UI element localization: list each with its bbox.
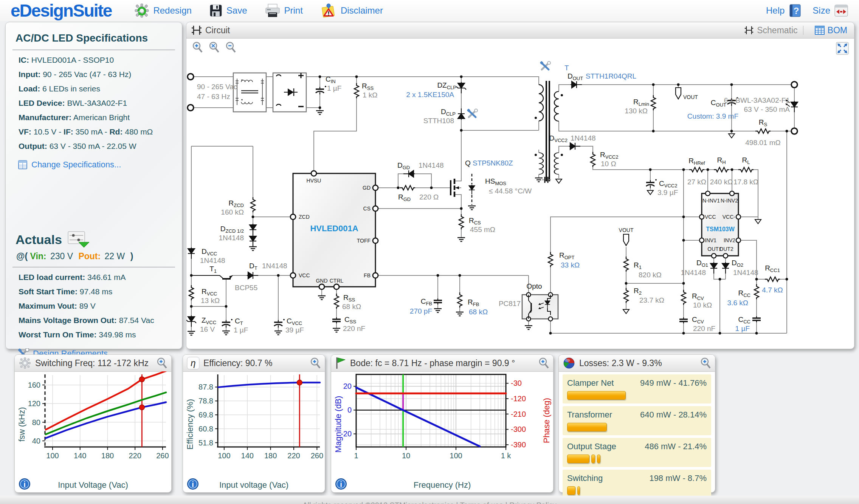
part-ccc-value[interactable]: 1 µF — [735, 325, 750, 332]
save-button[interactable]: Save — [209, 4, 247, 17]
part-dzcd-value: 1N4148 — [219, 234, 244, 242]
pie-chart-icon — [563, 357, 575, 369]
part-dgd-label: DGD — [397, 161, 410, 170]
part-dt-value: 1N4148 — [262, 262, 287, 270]
svg-text:0: 0 — [347, 406, 352, 414]
loss-row: Output Stage486 mW - 21.4% — [563, 438, 711, 467]
part-t1-label: T1 — [209, 265, 217, 274]
bode-xlabel: Frequency (Hz) — [331, 480, 553, 490]
info-icon[interactable]: i — [335, 478, 347, 490]
spec-line: Input: 90 - 265 Vac (47 - 63 Hz) — [19, 70, 182, 79]
part-led2-label: 63 V - 350 mA — [744, 105, 790, 113]
vin-value: 230 V — [49, 251, 76, 261]
svg-text:20: 20 — [343, 382, 352, 390]
part-tlab-label[interactable]: T — [564, 64, 569, 72]
part-cout-value[interactable]: Custom: 3.9 mF — [687, 112, 738, 120]
part-rfb-label: RFB — [468, 298, 479, 307]
part-ct-label: CT — [235, 317, 243, 326]
tools-icon-dclp[interactable] — [467, 108, 478, 117]
part-ropt-value[interactable]: 33 kΩ — [561, 261, 580, 269]
part-vout1-label: VOUT — [683, 94, 698, 100]
part-rcv-label: RCV — [692, 292, 704, 301]
floppy-save-icon — [209, 4, 223, 17]
part-rcc-value[interactable]: 3.6 kΩ — [727, 299, 748, 307]
ic2-name: TSM103W — [706, 226, 735, 232]
schematic-canvas[interactable]: HVLED001A TSM103W — [186, 39, 854, 348]
part-r1-value: 820 kΩ — [639, 271, 662, 279]
tab-schematic[interactable]: Schematic — [744, 25, 797, 36]
part-rvcc2-label: RVCC2 — [600, 151, 618, 160]
part-cin-value: 1 µF — [327, 84, 341, 92]
bridge-rectifier — [273, 73, 306, 112]
eff-ylabel: Efficiency (%) — [185, 387, 195, 462]
part-r1-label: R1 — [634, 261, 642, 270]
info-icon[interactable]: i — [187, 478, 199, 490]
part-cvcc2-label: CVCC2 — [659, 179, 677, 189]
svg-text:100: 100 — [46, 451, 59, 460]
top-toolbar: eDesignSuite Redesign Save — [0, 0, 859, 21]
resize-window-icon — [834, 4, 848, 17]
svg-text:-120: -120 — [511, 394, 526, 403]
spec-line: Load: 6 LEDs in series — [19, 84, 182, 93]
svg-text:40: 40 — [32, 437, 40, 445]
loss-label: Clamper Net — [567, 378, 614, 388]
vin-label: Vin: — [30, 251, 46, 261]
part-dclp-label: DCLP — [441, 108, 456, 117]
part-rss1-label: RSS — [362, 82, 374, 91]
part-rcc1-value[interactable]: 4.7 kΩ — [762, 286, 783, 294]
part-dvcc2-value: 1N4148 — [571, 134, 596, 142]
info-icon[interactable]: i — [19, 478, 31, 490]
change-specifications-link[interactable]: Change Specifications... — [18, 160, 182, 170]
part-cvcc-value: 39 µF — [285, 326, 304, 334]
part-opto-label: Opto — [526, 282, 542, 290]
circuit-header: Circuit Schematic BOM — [186, 22, 854, 39]
chart-zoom-icon[interactable] — [538, 357, 549, 369]
loss-label: Switching — [567, 473, 603, 483]
redesign-button[interactable]: Redesign — [134, 3, 191, 18]
chart-zoom-icon[interactable] — [700, 357, 711, 369]
part-ct-value: 1 µF — [234, 326, 248, 334]
print-button[interactable]: Print — [265, 3, 303, 18]
zoom-in-icon[interactable] — [192, 41, 203, 53]
part-rgd-label: RGD — [398, 193, 411, 202]
zoom-out-icon[interactable] — [225, 41, 236, 53]
part-ccv-value: 220 nF — [693, 325, 715, 332]
actual-line: Soft Start Time: 97.48 ms — [19, 287, 182, 296]
part-cfb-value[interactable]: 270 pF — [410, 307, 432, 315]
help-button[interactable]: Help ? — [766, 3, 802, 18]
chart-zoom-icon[interactable] — [156, 357, 167, 369]
tab-bom[interactable]: BOM — [815, 25, 847, 36]
gear-redesign-icon — [134, 3, 149, 18]
schematic-zoom-toolbar — [192, 41, 236, 53]
zoom-fit-icon[interactable] — [208, 41, 220, 53]
part-dgd-value: 1N4148 — [419, 161, 444, 169]
actuals-list: LED load current: 346.61 mASoft Start Ti… — [6, 273, 182, 339]
spec-list: IC: HVLED001A - SSOP10Input: 90 - 265 Va… — [6, 56, 182, 151]
chart-zoom-icon[interactable] — [310, 357, 321, 369]
part-rfb-value[interactable]: 68 kΩ — [469, 308, 488, 316]
part-do1-value: 1N4148 — [681, 269, 706, 277]
part-dzclp-label: DZCLP — [437, 81, 456, 90]
disclaimer-button[interactable]: Disclaimer — [320, 3, 383, 18]
efficiency-title: Efficiency: 90.7 % — [203, 358, 306, 368]
svg-text:η: η — [191, 358, 195, 368]
size-button[interactable]: Size — [812, 4, 848, 17]
pin-vcc: VCC — [299, 272, 310, 278]
fullscreen-icon[interactable] — [836, 42, 849, 55]
tools-icon-transformer[interactable] — [540, 61, 550, 70]
part-rvcc-value: 13 kΩ — [201, 297, 220, 305]
part-rzcd-label: RZCD — [229, 199, 244, 208]
pout-label: Pout: — [78, 251, 101, 261]
part-vout2-label: VOUT — [619, 227, 634, 233]
optocoupler — [522, 293, 558, 321]
actuals-title: Actuals — [16, 232, 62, 247]
part-ccv-label: CCV — [692, 315, 704, 325]
part-dzclp-value[interactable]: 2 x 1.5KE150A — [406, 91, 454, 99]
part-dout-value[interactable]: STTH1R04QRL — [586, 72, 636, 80]
part-q-value[interactable]: STP5NK80Z — [473, 159, 513, 167]
part-in1-label: 90 - 265 Vac — [197, 83, 237, 91]
svg-text:100: 100 — [218, 451, 230, 460]
circuit-panel: Circuit Schematic BOM — [186, 22, 854, 349]
actual-line: Maximum Vout: 89 V — [19, 301, 182, 311]
loss-label: Output Stage — [567, 442, 616, 451]
